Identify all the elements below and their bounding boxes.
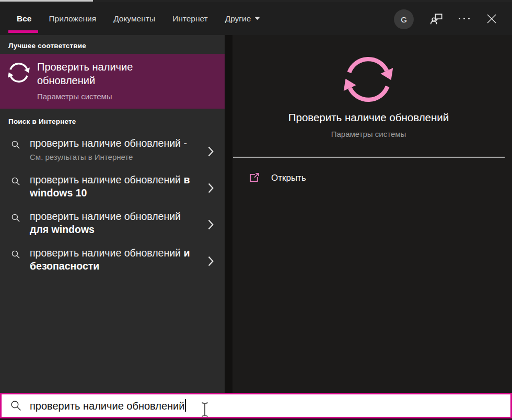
preview-title: Проверить наличие обновлений xyxy=(232,111,505,124)
open-external-icon xyxy=(248,172,260,184)
web-suggestion-row[interactable]: проверить наличие обновлений и безопасно… xyxy=(0,243,225,279)
avatar-letter: G xyxy=(401,15,407,24)
tab-documents-label: Документы xyxy=(113,14,155,24)
suggestion-text: проверить наличие обновлений в windows 1… xyxy=(30,173,193,200)
search-icon xyxy=(10,400,21,411)
open-action[interactable]: Открыть xyxy=(232,167,512,190)
search-icon xyxy=(11,213,20,223)
suggestion-text: проверить наличие обновлений и безопасно… xyxy=(30,247,193,273)
more-options-button[interactable] xyxy=(453,2,474,35)
search-input-value: проверить наличие обновлений xyxy=(30,399,186,412)
tab-apps[interactable]: Приложения xyxy=(49,14,96,24)
search-icon xyxy=(11,140,20,149)
chevron-right-icon[interactable] xyxy=(208,219,214,230)
search-icon xyxy=(11,177,20,186)
web-suggestion-list: проверить наличие обновлений - См. резул… xyxy=(0,133,225,279)
tab-web-label: Интернет xyxy=(172,14,208,24)
sync-icon xyxy=(7,61,31,85)
search-input[interactable]: проверить наличие обновлений xyxy=(0,393,512,418)
chevron-down-icon xyxy=(254,17,260,20)
account-avatar-button[interactable]: G xyxy=(394,9,414,29)
tab-documents[interactable]: Документы xyxy=(113,14,155,24)
ibeam-mouse-cursor xyxy=(201,401,209,418)
text-caret xyxy=(185,399,186,412)
open-action-label: Открыть xyxy=(271,173,306,183)
windows-search-flyout: Все Приложения Документы Интернет Другие… xyxy=(0,0,512,420)
tab-more-label: Другие xyxy=(225,14,251,24)
web-search-header: Поиск в Интернете xyxy=(8,118,76,125)
person-feedback-icon xyxy=(429,11,444,26)
chevron-right-icon[interactable] xyxy=(208,183,214,193)
best-match-subtitle: Параметры системы xyxy=(37,92,112,101)
suggestion-text: проверить наличие обновлений - См. резул… xyxy=(30,137,193,162)
suggestion-secondary: См. результаты в Интернете xyxy=(30,151,193,162)
filter-tabs: Все Приложения Документы Интернет Другие xyxy=(17,2,260,35)
sync-icon xyxy=(341,52,395,107)
preview-panel: Проверить наличие обновлений Параметры с… xyxy=(232,35,512,393)
preview-divider xyxy=(233,157,505,158)
preview-subtitle: Параметры системы xyxy=(232,130,505,138)
background-window-edge xyxy=(0,0,93,2)
suggestion-text: проверить наличие обновлений для windows xyxy=(30,210,193,236)
active-tab-underline xyxy=(8,30,38,33)
tab-apps-label: Приложения xyxy=(49,14,96,24)
feedback-button[interactable] xyxy=(427,2,445,35)
web-suggestion-row[interactable]: проверить наличие обновлений - См. резул… xyxy=(0,133,225,170)
search-icon xyxy=(11,250,20,259)
best-match-header: Лучшее соответствие xyxy=(8,42,86,50)
web-suggestion-row[interactable]: проверить наличие обновлений для windows xyxy=(0,206,225,243)
tab-more[interactable]: Другие xyxy=(225,14,261,24)
chevron-right-icon[interactable] xyxy=(208,256,214,266)
chevron-right-icon[interactable] xyxy=(208,146,214,157)
close-button[interactable] xyxy=(484,2,499,35)
search-filter-bar: Все Приложения Документы Интернет Другие… xyxy=(0,2,512,35)
best-match-result[interactable]: Проверить наличие обновлений Параметры с… xyxy=(0,54,225,109)
panel-divider-gutter xyxy=(225,35,232,393)
tab-all-label: Все xyxy=(17,14,31,24)
ellipsis-icon xyxy=(459,18,470,19)
tab-all[interactable]: Все xyxy=(17,14,31,24)
results-panel: Лучшее соответствие Проверить наличие об… xyxy=(0,35,225,393)
best-match-title: Проверить наличие обновлений xyxy=(37,60,157,87)
tab-web[interactable]: Интернет xyxy=(172,14,208,24)
web-suggestion-row[interactable]: проверить наличие обновлений в windows 1… xyxy=(0,170,225,206)
close-icon xyxy=(487,14,496,24)
